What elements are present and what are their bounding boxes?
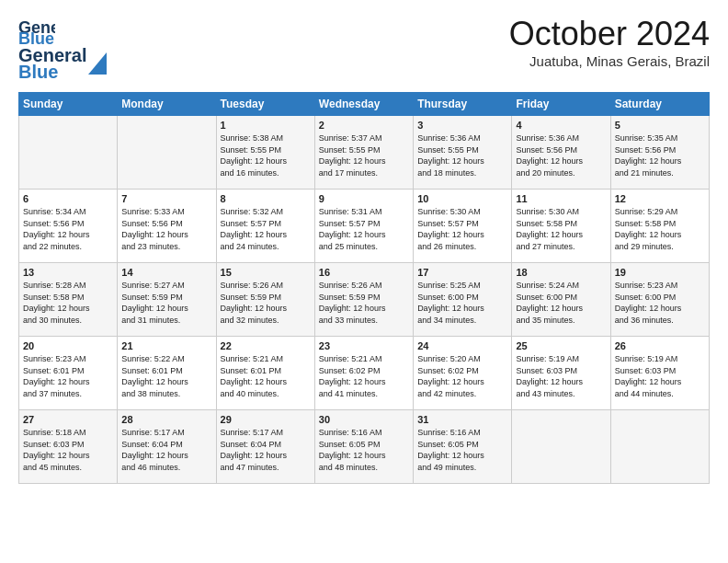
calendar-page: General Blue General Blue October 2 xyxy=(0,0,728,493)
logo: General Blue General Blue xyxy=(18,15,107,81)
day-info: Sunrise: 5:23 AM Sunset: 6:00 PM Dayligh… xyxy=(615,280,705,326)
day-info: Sunrise: 5:21 AM Sunset: 6:02 PM Dayligh… xyxy=(319,353,409,399)
day-info: Sunrise: 5:26 AM Sunset: 5:59 PM Dayligh… xyxy=(221,280,311,326)
day-info: Sunrise: 5:38 AM Sunset: 5:55 PM Dayligh… xyxy=(221,132,311,178)
table-row: 5Sunrise: 5:35 AM Sunset: 5:56 PM Daylig… xyxy=(610,116,709,190)
day-number: 30 xyxy=(319,414,409,425)
day-info: Sunrise: 5:23 AM Sunset: 6:01 PM Dayligh… xyxy=(23,353,113,399)
day-info: Sunrise: 5:20 AM Sunset: 6:02 PM Dayligh… xyxy=(417,353,507,399)
day-info: Sunrise: 5:18 AM Sunset: 6:03 PM Dayligh… xyxy=(23,427,113,473)
day-number: 9 xyxy=(319,193,409,204)
table-row: 17Sunrise: 5:25 AM Sunset: 6:00 PM Dayli… xyxy=(414,263,512,337)
day-info: Sunrise: 5:24 AM Sunset: 6:00 PM Dayligh… xyxy=(516,280,606,326)
col-thursday: Thursday xyxy=(414,93,512,116)
location-subtitle: Juatuba, Minas Gerais, Brazil xyxy=(509,53,710,69)
day-number: 6 xyxy=(23,193,113,204)
day-number: 29 xyxy=(221,414,311,425)
day-number: 4 xyxy=(516,120,606,131)
day-info: Sunrise: 5:22 AM Sunset: 6:01 PM Dayligh… xyxy=(121,353,211,399)
table-row: 9Sunrise: 5:31 AM Sunset: 5:57 PM Daylig… xyxy=(314,190,413,263)
day-number: 22 xyxy=(221,340,311,351)
day-info: Sunrise: 5:26 AM Sunset: 5:59 PM Dayligh… xyxy=(319,280,409,326)
svg-text:Blue: Blue xyxy=(18,29,54,46)
svg-marker-2 xyxy=(88,52,107,75)
day-info: Sunrise: 5:30 AM Sunset: 5:58 PM Dayligh… xyxy=(516,206,606,252)
day-info: Sunrise: 5:33 AM Sunset: 5:56 PM Dayligh… xyxy=(121,206,211,252)
table-row: 24Sunrise: 5:20 AM Sunset: 6:02 PM Dayli… xyxy=(414,337,512,410)
table-row xyxy=(118,116,216,190)
table-row: 12Sunrise: 5:29 AM Sunset: 5:58 PM Dayli… xyxy=(610,190,709,263)
table-row: 10Sunrise: 5:30 AM Sunset: 5:57 PM Dayli… xyxy=(414,190,512,263)
table-row: 18Sunrise: 5:24 AM Sunset: 6:00 PM Dayli… xyxy=(512,263,610,337)
day-number: 26 xyxy=(615,340,705,351)
day-number: 8 xyxy=(221,193,311,204)
day-number: 19 xyxy=(615,267,705,278)
day-info: Sunrise: 5:25 AM Sunset: 6:00 PM Dayligh… xyxy=(417,280,507,326)
day-info: Sunrise: 5:30 AM Sunset: 5:57 PM Dayligh… xyxy=(417,206,507,252)
day-number: 5 xyxy=(615,120,705,131)
day-number: 11 xyxy=(516,193,606,204)
day-number: 20 xyxy=(23,340,113,351)
table-row: 13Sunrise: 5:28 AM Sunset: 5:58 PM Dayli… xyxy=(19,263,118,337)
day-info: Sunrise: 5:19 AM Sunset: 6:03 PM Dayligh… xyxy=(615,353,705,399)
calendar-row: 1Sunrise: 5:38 AM Sunset: 5:55 PM Daylig… xyxy=(19,116,710,190)
day-info: Sunrise: 5:36 AM Sunset: 5:55 PM Dayligh… xyxy=(417,132,507,178)
day-number: 15 xyxy=(221,267,311,278)
table-row: 15Sunrise: 5:26 AM Sunset: 5:59 PM Dayli… xyxy=(216,263,314,337)
day-number: 16 xyxy=(319,267,409,278)
table-row xyxy=(610,410,709,484)
table-row: 21Sunrise: 5:22 AM Sunset: 6:01 PM Dayli… xyxy=(118,337,216,410)
table-row: 19Sunrise: 5:23 AM Sunset: 6:00 PM Dayli… xyxy=(610,263,709,337)
day-number: 24 xyxy=(417,340,507,351)
col-friday: Friday xyxy=(512,93,610,116)
day-number: 23 xyxy=(319,340,409,351)
day-number: 27 xyxy=(23,414,113,425)
day-info: Sunrise: 5:35 AM Sunset: 5:56 PM Dayligh… xyxy=(615,132,705,178)
table-row xyxy=(512,410,610,484)
table-row: 8Sunrise: 5:32 AM Sunset: 5:57 PM Daylig… xyxy=(216,190,314,263)
calendar-row: 6Sunrise: 5:34 AM Sunset: 5:56 PM Daylig… xyxy=(19,190,710,263)
title-block: October 2024 Juatuba, Minas Gerais, Braz… xyxy=(509,15,710,69)
day-info: Sunrise: 5:17 AM Sunset: 6:04 PM Dayligh… xyxy=(121,427,211,473)
table-row: 26Sunrise: 5:19 AM Sunset: 6:03 PM Dayli… xyxy=(610,337,709,410)
day-info: Sunrise: 5:16 AM Sunset: 6:05 PM Dayligh… xyxy=(417,427,507,473)
table-row: 14Sunrise: 5:27 AM Sunset: 5:59 PM Dayli… xyxy=(118,263,216,337)
day-number: 17 xyxy=(417,267,507,278)
header-row: Sunday Monday Tuesday Wednesday Thursday… xyxy=(19,93,710,116)
day-info: Sunrise: 5:28 AM Sunset: 5:58 PM Dayligh… xyxy=(23,280,113,326)
day-info: Sunrise: 5:36 AM Sunset: 5:56 PM Dayligh… xyxy=(516,132,606,178)
col-wednesday: Wednesday xyxy=(314,93,413,116)
table-row: 7Sunrise: 5:33 AM Sunset: 5:56 PM Daylig… xyxy=(118,190,216,263)
day-number: 10 xyxy=(417,193,507,204)
table-row: 31Sunrise: 5:16 AM Sunset: 6:05 PM Dayli… xyxy=(414,410,512,484)
table-row: 23Sunrise: 5:21 AM Sunset: 6:02 PM Dayli… xyxy=(314,337,413,410)
day-number: 28 xyxy=(121,414,211,425)
table-row: 22Sunrise: 5:21 AM Sunset: 6:01 PM Dayli… xyxy=(216,337,314,410)
col-monday: Monday xyxy=(118,93,216,116)
table-row: 27Sunrise: 5:18 AM Sunset: 6:03 PM Dayli… xyxy=(19,410,118,484)
day-info: Sunrise: 5:16 AM Sunset: 6:05 PM Dayligh… xyxy=(319,427,409,473)
table-row: 4Sunrise: 5:36 AM Sunset: 5:56 PM Daylig… xyxy=(512,116,610,190)
col-saturday: Saturday xyxy=(610,93,709,116)
day-info: Sunrise: 5:17 AM Sunset: 6:04 PM Dayligh… xyxy=(221,427,311,473)
day-number: 7 xyxy=(121,193,211,204)
day-number: 1 xyxy=(221,120,311,131)
table-row: 6Sunrise: 5:34 AM Sunset: 5:56 PM Daylig… xyxy=(19,190,118,263)
day-info: Sunrise: 5:32 AM Sunset: 5:57 PM Dayligh… xyxy=(221,206,311,252)
table-row xyxy=(19,116,118,190)
col-sunday: Sunday xyxy=(19,93,118,116)
table-row: 11Sunrise: 5:30 AM Sunset: 5:58 PM Dayli… xyxy=(512,190,610,263)
logo-arrow-icon xyxy=(88,52,107,75)
day-info: Sunrise: 5:27 AM Sunset: 5:59 PM Dayligh… xyxy=(121,280,211,326)
logo-icon: General Blue xyxy=(18,15,55,46)
day-number: 2 xyxy=(319,120,409,131)
day-number: 12 xyxy=(615,193,705,204)
day-info: Sunrise: 5:37 AM Sunset: 5:55 PM Dayligh… xyxy=(319,132,409,178)
month-title: October 2024 xyxy=(509,15,710,53)
header: General Blue General Blue October 2 xyxy=(18,15,710,81)
table-row: 20Sunrise: 5:23 AM Sunset: 6:01 PM Dayli… xyxy=(19,337,118,410)
calendar-row: 20Sunrise: 5:23 AM Sunset: 6:01 PM Dayli… xyxy=(19,337,710,410)
table-row: 25Sunrise: 5:19 AM Sunset: 6:03 PM Dayli… xyxy=(512,337,610,410)
day-info: Sunrise: 5:34 AM Sunset: 5:56 PM Dayligh… xyxy=(23,206,113,252)
calendar-table: Sunday Monday Tuesday Wednesday Thursday… xyxy=(18,92,710,484)
